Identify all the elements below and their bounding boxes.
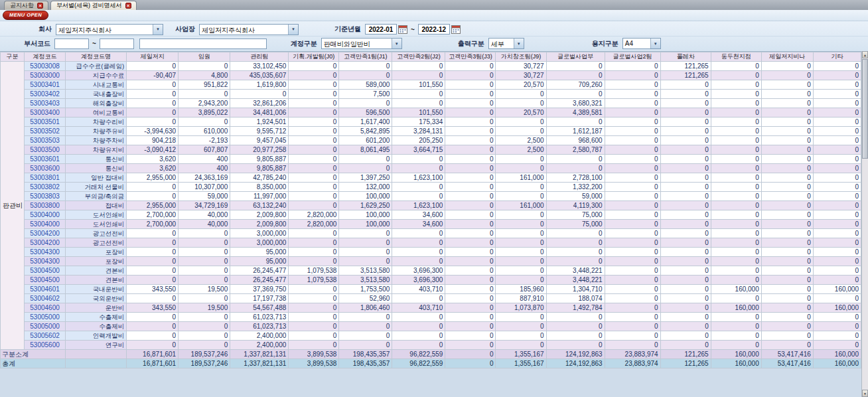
amount-cell[interactable]: 601,200 — [339, 136, 392, 145]
amount-cell[interactable]: 0 — [761, 322, 813, 331]
amount-cell[interactable]: 0 — [339, 71, 392, 80]
amount-cell[interactable]: 0 — [761, 118, 813, 127]
amount-cell[interactable]: 0 — [605, 80, 660, 90]
amount-cell[interactable]: 23,883,974 — [605, 359, 660, 368]
amount-cell[interactable]: 435,035,607 — [230, 71, 289, 80]
amount-cell[interactable]: 20,570 — [496, 80, 546, 90]
amount-cell[interactable]: 0 — [605, 108, 660, 118]
table-row[interactable]: 53004000도서인쇄비2,700,00040,0002,009,8002,8… — [1, 210, 861, 220]
table-row[interactable]: 53003803부의금/축의금059,00011,997,0000100,000… — [1, 192, 861, 201]
amount-cell[interactable]: 0 — [660, 80, 711, 90]
account-name-cell[interactable]: 차량주유비 — [66, 127, 127, 136]
amount-cell[interactable]: 0 — [813, 99, 861, 108]
scroll-thumb[interactable] — [862, 59, 868, 159]
amount-cell[interactable]: 0 — [813, 276, 861, 285]
account-name-cell[interactable]: 인력개발비 — [66, 331, 127, 341]
amount-cell[interactable]: 596,500 — [339, 108, 392, 118]
amount-cell[interactable]: 132,000 — [339, 183, 392, 192]
amount-cell[interactable]: 34,600 — [392, 210, 445, 220]
amount-cell[interactable]: 0 — [711, 80, 761, 90]
amount-cell[interactable]: 0 — [546, 313, 605, 322]
amount-cell[interactable]: 0 — [605, 276, 660, 285]
account-name-cell[interactable]: 운반비 — [66, 303, 127, 313]
amount-cell[interactable]: 30,727 — [496, 71, 546, 80]
amount-cell[interactable]: 0 — [496, 257, 546, 266]
amount-cell[interactable]: 709,260 — [546, 80, 605, 90]
amount-cell[interactable]: 1,337,821,131 — [230, 350, 289, 359]
amount-cell[interactable]: 0 — [660, 210, 711, 220]
amount-cell[interactable]: 0 — [546, 155, 605, 164]
amount-cell[interactable]: 0 — [711, 145, 761, 155]
amount-cell[interactable]: 5,842,895 — [339, 127, 392, 136]
amount-cell[interactable]: 0 — [445, 266, 496, 276]
amount-cell[interactable]: 0 — [179, 341, 230, 350]
amount-cell[interactable]: 26,245,477 — [230, 266, 289, 276]
amount-cell[interactable]: 0 — [445, 229, 496, 238]
amount-cell[interactable]: 0 — [660, 248, 711, 257]
amount-cell[interactable]: 0 — [761, 173, 813, 183]
amount-cell[interactable]: 0 — [605, 341, 660, 350]
amount-cell[interactable]: 0 — [660, 192, 711, 201]
amount-cell[interactable]: 100,000 — [339, 220, 392, 229]
account-name-cell[interactable]: 국외운반비 — [66, 294, 127, 303]
account-name-cell[interactable]: 해외출장비 — [66, 99, 127, 108]
amount-cell[interactable]: 0 — [605, 322, 660, 331]
amount-cell[interactable]: 124,192,863 — [546, 350, 605, 359]
amount-cell[interactable]: 1,924,501 — [230, 118, 289, 127]
amount-cell[interactable]: 189,537,246 — [179, 350, 230, 359]
amount-cell[interactable]: 0 — [127, 90, 179, 99]
close-icon[interactable]: × — [37, 3, 43, 9]
amount-cell[interactable]: 0 — [339, 238, 392, 248]
amount-cell[interactable]: 2,500 — [496, 136, 546, 145]
dept-code-to-input[interactable] — [100, 39, 134, 49]
amount-cell[interactable]: 0 — [605, 99, 660, 108]
amount-cell[interactable]: 3,448,221 — [546, 266, 605, 276]
account-code-cell[interactable]: 53003501 — [25, 118, 66, 127]
amount-cell[interactable]: 0 — [546, 229, 605, 238]
amount-cell[interactable]: 0 — [127, 341, 179, 350]
amount-cell[interactable]: 2,500 — [496, 145, 546, 155]
amount-cell[interactable]: 0 — [660, 322, 711, 331]
table-row[interactable]: 53003802거래처 선물비010,307,0008,350,0000132,… — [1, 183, 861, 192]
amount-cell[interactable]: 607,807 — [179, 145, 230, 155]
column-header[interactable]: 제일저지비나 — [761, 52, 813, 62]
amount-cell[interactable]: 0 — [813, 173, 861, 183]
amount-cell[interactable]: 0 — [289, 118, 339, 127]
amount-cell[interactable]: 0 — [445, 62, 496, 71]
amount-cell[interactable]: 0 — [289, 201, 339, 210]
amount-cell[interactable]: 160,000 — [711, 303, 761, 313]
column-header[interactable]: 제일저지 — [127, 52, 179, 62]
amount-cell[interactable]: 0 — [127, 248, 179, 257]
amount-cell[interactable]: 0 — [605, 313, 660, 322]
amount-cell[interactable]: 0 — [289, 294, 339, 303]
amount-cell[interactable]: 0 — [289, 285, 339, 294]
amount-cell[interactable]: 205,250 — [392, 136, 445, 145]
account-code-cell[interactable]: 53003601 — [25, 155, 66, 164]
amount-cell[interactable]: 951,822 — [179, 80, 230, 90]
amount-cell[interactable]: 19,500 — [179, 285, 230, 294]
amount-cell[interactable]: 0 — [546, 118, 605, 127]
amount-cell[interactable]: 3,448,221 — [546, 276, 605, 285]
amount-cell[interactable]: 0 — [660, 173, 711, 183]
amount-cell[interactable]: 0 — [813, 136, 861, 145]
table-row[interactable]: 53004500견본비0026,245,4771,079,5383,513,58… — [1, 266, 861, 276]
amount-cell[interactable]: 0 — [445, 99, 496, 108]
amount-cell[interactable]: 3,899,538 — [289, 350, 339, 359]
amount-cell[interactable]: 3,899,538 — [289, 359, 339, 368]
amount-cell[interactable]: 0 — [496, 183, 546, 192]
amount-cell[interactable]: 1,397,250 — [339, 173, 392, 183]
amount-cell[interactable]: 0 — [711, 155, 761, 164]
amount-cell[interactable]: 100,000 — [339, 210, 392, 220]
amount-cell[interactable]: 0 — [127, 183, 179, 192]
amount-cell[interactable]: 0 — [813, 80, 861, 90]
amount-cell[interactable]: 0 — [660, 331, 711, 341]
amount-cell[interactable]: 1,355,167 — [496, 350, 546, 359]
amount-cell[interactable]: 0 — [392, 62, 445, 71]
amount-cell[interactable]: 95,000 — [230, 257, 289, 266]
account-code-cell[interactable]: 53003800 — [25, 201, 66, 210]
amount-cell[interactable]: 40,000 — [179, 220, 230, 229]
calendar-icon[interactable] — [398, 25, 407, 34]
column-header[interactable]: 글로벌사업2팀 — [605, 52, 660, 62]
amount-cell[interactable]: 9,805,887 — [230, 155, 289, 164]
amount-cell[interactable]: 0 — [813, 108, 861, 118]
